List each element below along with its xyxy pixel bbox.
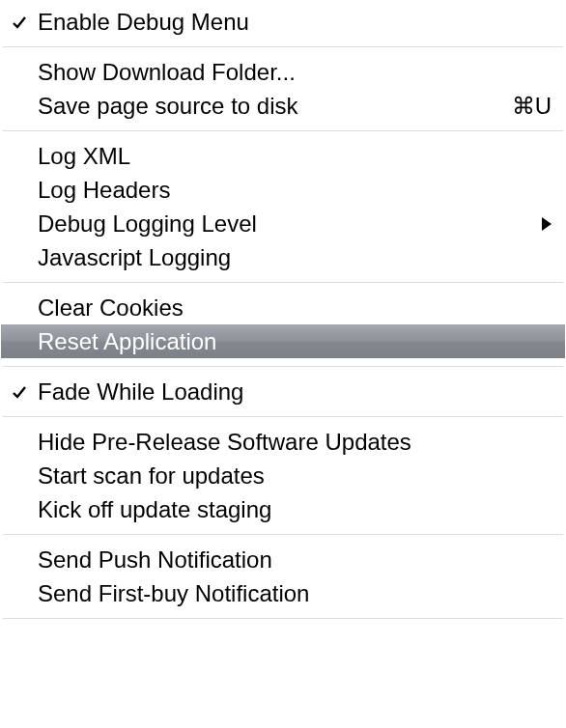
menu-item-label: Start scan for updates [38,462,552,490]
svg-marker-0 [542,217,552,231]
checkmark-icon [1,14,38,30]
menu-item-fade-while-loading[interactable]: Fade While Loading [1,375,565,408]
menu-item-show-download-folder[interactable]: Show Download Folder... [1,55,565,89]
menu-separator [3,130,563,131]
debug-menu: Enable Debug Menu Show Download Folder..… [0,0,566,628]
menu-item-label: Send First-buy Notification [38,580,552,607]
menu-separator [3,282,563,283]
menu-item-start-scan-for-updates[interactable]: Start scan for updates [1,459,565,492]
menu-item-log-xml[interactable]: Log XML [1,139,565,173]
menu-item-clear-cookies[interactable]: Clear Cookies [1,291,565,324]
menu-item-reset-application[interactable]: Reset Application [1,324,565,358]
menu-item-label: Hide Pre-Release Software Updates [38,429,552,456]
menu-separator [3,46,563,47]
menu-item-label: Clear Cookies [38,294,552,322]
menu-separator [3,416,563,417]
menu-item-save-page-source[interactable]: Save page source to disk ⌘U [1,89,565,123]
menu-item-label: Enable Debug Menu [38,9,552,36]
menu-item-label: Reset Application [38,328,552,355]
menu-item-send-push-notification[interactable]: Send Push Notification [1,543,565,576]
menu-item-label: Log Headers [38,177,552,204]
menu-item-send-first-buy-notification[interactable]: Send First-buy Notification [1,576,565,610]
menu-item-label: Show Download Folder... [38,59,552,86]
menu-item-label: Save page source to disk [38,93,502,120]
menu-item-label: Send Push Notification [38,546,552,574]
menu-item-hide-pre-release-updates[interactable]: Hide Pre-Release Software Updates [1,425,565,459]
menu-separator [3,534,563,535]
menu-item-label: Kick off update staging [38,496,552,523]
menu-item-label: Javascript Logging [38,244,552,271]
menu-separator [3,618,563,619]
menu-item-label: Debug Logging Level [38,210,532,238]
menu-item-enable-debug-menu[interactable]: Enable Debug Menu [1,5,565,39]
menu-shortcut: ⌘U [502,93,552,120]
menu-item-kick-off-update-staging[interactable]: Kick off update staging [1,492,565,526]
menu-item-label: Log XML [38,143,552,170]
menu-separator [3,366,563,367]
menu-item-debug-logging-level[interactable]: Debug Logging Level [1,207,565,240]
menu-item-log-headers[interactable]: Log Headers [1,173,565,207]
checkmark-icon [1,384,38,400]
submenu-arrow-icon [532,217,552,231]
menu-item-javascript-logging[interactable]: Javascript Logging [1,240,565,274]
menu-item-label: Fade While Loading [38,378,552,406]
